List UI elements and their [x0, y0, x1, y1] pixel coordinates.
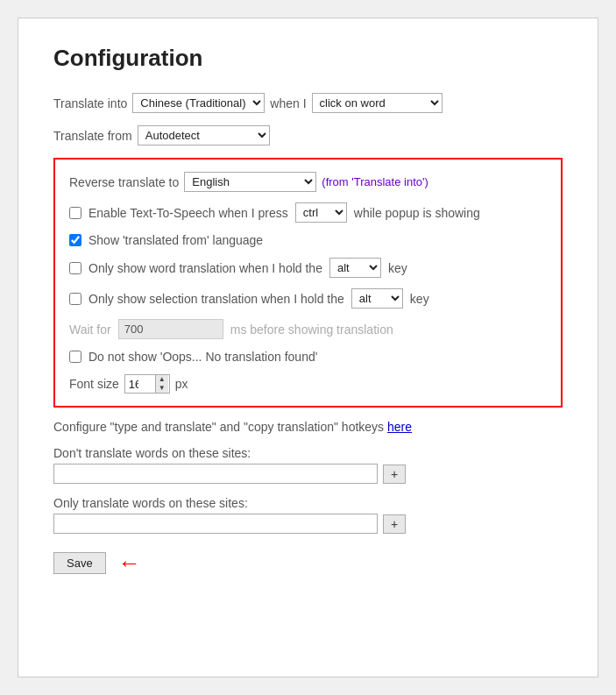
page-title: Configuration — [53, 45, 563, 72]
font-size-spinner: ▲ ▼ — [124, 374, 170, 394]
show-translated-from-checkbox[interactable] — [69, 234, 81, 246]
selection-translation-key-label-before: Only show selection translation when I h… — [89, 292, 344, 306]
arrow-icon: ← — [118, 551, 141, 574]
dont-translate-sites-label: Don't translate words on these sites: — [53, 446, 563, 460]
selection-translation-key-label-after: key — [410, 292, 429, 306]
tts-label-after: while popup is showing — [354, 206, 480, 220]
save-row: Save ← — [53, 551, 563, 574]
tts-label-before: Enable Text-To-Speech when I press — [89, 206, 288, 220]
wait-for-input[interactable] — [118, 319, 223, 339]
word-translation-key-row: Only show word translation when I hold t… — [69, 258, 547, 278]
no-translation-found-label: Do not show 'Oops... No translation foun… — [89, 350, 317, 364]
font-size-spin-buttons: ▲ ▼ — [155, 375, 168, 393]
reverse-translate-label: Reverse translate to — [69, 175, 179, 189]
wait-for-label-after: ms before showing translation — [230, 323, 393, 337]
tts-row: Enable Text-To-Speech when I press ctrl … — [69, 202, 547, 223]
only-translate-sites-add-button[interactable]: + — [383, 514, 406, 534]
selection-translation-key-select[interactable]: alt ctrl shift none — [351, 288, 403, 308]
reverse-translate-note: (from 'Translate into') — [322, 175, 428, 188]
only-translate-sites-label: Only translate words on these sites: — [53, 496, 563, 510]
dont-translate-sites-add-button[interactable]: + — [383, 465, 406, 484]
translate-into-select[interactable]: Chinese (Traditional) English Spanish Fr… — [132, 93, 265, 113]
font-size-decrement[interactable]: ▼ — [156, 384, 168, 393]
selection-translation-key-checkbox[interactable] — [69, 293, 81, 305]
show-translated-from-row: Show 'translated from' language — [69, 233, 547, 247]
reverse-translate-select[interactable]: English Chinese (Traditional) Spanish Fr… — [184, 172, 316, 192]
font-size-row: Font size ▲ ▼ px — [69, 374, 547, 394]
font-size-unit: px — [175, 377, 188, 391]
when-i-select[interactable]: click on word double-click on word alway… — [312, 93, 443, 113]
word-translation-key-label-before: Only show word translation when I hold t… — [89, 261, 322, 275]
reverse-translate-row: Reverse translate to English Chinese (Tr… — [69, 172, 547, 192]
translate-into-label: Translate into — [53, 96, 127, 110]
wait-for-label: Wait for — [69, 323, 111, 337]
translate-from-label: Translate from — [53, 129, 132, 143]
hotkeys-text: Configure "type and translate" and "copy… — [53, 420, 384, 434]
translate-from-row: Translate from Autodetect English Chines… — [53, 125, 563, 145]
dont-translate-sites-input[interactable] — [53, 464, 378, 484]
dont-translate-sites-section: Don't translate words on these sites: + — [53, 446, 563, 484]
word-translation-key-label-after: key — [388, 261, 407, 275]
show-translated-from-label: Show 'translated from' language — [89, 233, 263, 247]
dont-translate-sites-input-row: + — [53, 464, 563, 484]
only-translate-sites-section: Only translate words on these sites: + — [53, 496, 563, 534]
font-size-input[interactable] — [125, 376, 155, 393]
translate-into-row: Translate into Chinese (Traditional) Eng… — [53, 93, 563, 113]
tts-key-select[interactable]: ctrl alt shift none — [295, 202, 347, 223]
word-translation-key-checkbox[interactable] — [69, 262, 81, 274]
only-translate-sites-input[interactable] — [53, 514, 378, 534]
font-size-label: Font size — [69, 377, 119, 391]
no-translation-found-row: Do not show 'Oops... No translation foun… — [69, 350, 547, 364]
hotkeys-row: Configure "type and translate" and "copy… — [53, 420, 563, 434]
when-i-label: when I — [270, 96, 306, 110]
translate-from-select[interactable]: Autodetect English Chinese (Traditional)… — [138, 125, 270, 145]
word-translation-key-select[interactable]: alt ctrl shift none — [329, 258, 381, 278]
only-translate-sites-input-row: + — [53, 514, 563, 534]
hotkeys-link[interactable]: here — [387, 420, 412, 434]
font-size-increment[interactable]: ▲ — [156, 375, 168, 384]
wait-for-row: Wait for ms before showing translation — [69, 319, 547, 339]
no-translation-found-checkbox[interactable] — [69, 351, 81, 363]
advanced-options-box: Reverse translate to English Chinese (Tr… — [53, 158, 563, 408]
save-button[interactable]: Save — [53, 552, 106, 574]
selection-translation-key-row: Only show selection translation when I h… — [69, 288, 547, 308]
tts-checkbox[interactable] — [69, 207, 81, 219]
page-container: Configuration Translate into Chinese (Tr… — [18, 18, 598, 677]
